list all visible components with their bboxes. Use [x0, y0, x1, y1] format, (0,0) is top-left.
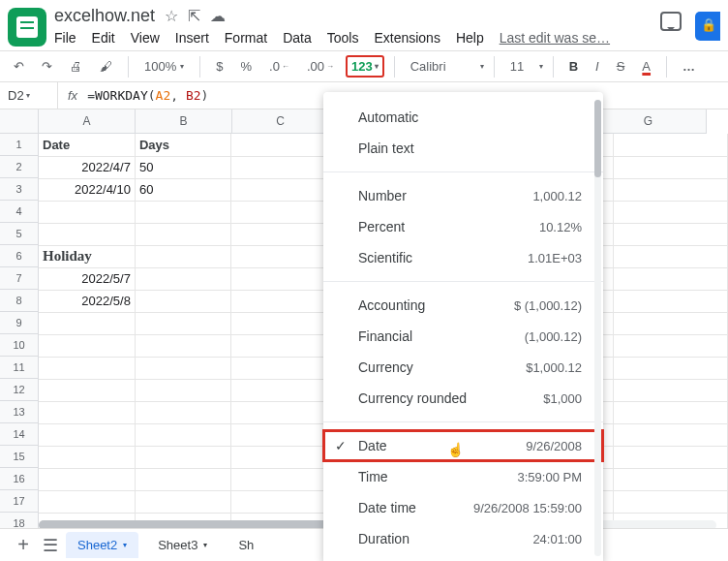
cell[interactable] — [230, 156, 325, 178]
cell[interactable] — [39, 490, 135, 513]
menu-data[interactable]: Data — [283, 30, 312, 46]
cell[interactable] — [230, 490, 325, 513]
format-financial[interactable]: Financial(1,000.12) — [323, 321, 603, 352]
cell[interactable]: 2022/4/7 — [39, 156, 135, 178]
cell[interactable] — [39, 201, 135, 223]
cell[interactable] — [613, 290, 727, 312]
cell[interactable] — [230, 423, 325, 446]
cell[interactable] — [230, 357, 325, 379]
cell[interactable] — [230, 379, 325, 401]
cell[interactable] — [135, 223, 230, 245]
cell[interactable] — [230, 201, 325, 223]
doc-title[interactable]: excelhow.net — [54, 6, 155, 26]
row-header[interactable]: 17 — [0, 490, 39, 513]
sheet-tab[interactable]: Sheet2▾ — [66, 532, 138, 558]
all-sheets-menu[interactable]: ☰ — [43, 535, 58, 556]
format-plain-text[interactable]: Plain text — [323, 133, 603, 164]
cell[interactable] — [613, 468, 727, 490]
col-header[interactable]: B — [136, 109, 232, 134]
row-header[interactable]: 7 — [0, 267, 39, 290]
cell[interactable] — [613, 423, 727, 446]
cell[interactable] — [230, 134, 325, 156]
cell[interactable] — [613, 379, 727, 401]
row-header[interactable]: 5 — [0, 223, 39, 245]
text-color-button[interactable]: A — [636, 55, 656, 78]
cell[interactable] — [135, 290, 230, 312]
formula-input[interactable]: =WORKDAY(A2, B2) — [87, 88, 208, 103]
zoom-select[interactable]: 100%▾ — [138, 55, 190, 78]
cell[interactable] — [230, 178, 325, 201]
row-header[interactable]: 13 — [0, 401, 39, 423]
cell[interactable] — [230, 401, 325, 423]
row-header[interactable]: 12 — [0, 379, 39, 401]
row-header[interactable]: 15 — [0, 446, 39, 468]
format-currency-rounded[interactable]: Currency rounded$1,000 — [323, 383, 603, 414]
cell[interactable] — [39, 312, 135, 334]
sheet-tab[interactable]: Sheet3▾ — [146, 532, 219, 558]
cell[interactable] — [135, 379, 230, 401]
cell[interactable] — [230, 245, 325, 267]
cell[interactable] — [39, 223, 135, 245]
format-currency[interactable]: Currency$1,000.12 — [323, 352, 603, 383]
cell[interactable] — [135, 490, 230, 513]
col-header[interactable]: A — [39, 109, 136, 134]
cell[interactable] — [135, 468, 230, 490]
cell[interactable] — [230, 312, 325, 334]
cell[interactable]: 2022/5/7 — [39, 267, 135, 290]
format-date[interactable]: Date9/26/2008 — [323, 430, 603, 461]
cell[interactable] — [135, 401, 230, 423]
row-header[interactable]: 6 — [0, 245, 39, 267]
comments-icon[interactable] — [660, 12, 682, 31]
row-header[interactable]: 16 — [0, 468, 39, 490]
currency-button[interactable]: $ — [210, 55, 228, 78]
cell[interactable] — [613, 201, 727, 223]
redo-button[interactable]: ↷ — [36, 55, 58, 78]
cell[interactable] — [39, 334, 135, 357]
cell[interactable] — [613, 178, 727, 201]
format-date-time[interactable]: Date time9/26/2008 15:59:00 — [323, 492, 603, 523]
strikethrough-button[interactable]: S — [611, 55, 631, 78]
row-header[interactable]: 4 — [0, 201, 39, 223]
sheet-tab[interactable]: Sh — [227, 532, 265, 558]
cell[interactable] — [613, 156, 727, 178]
font-size-select[interactable]: 11 — [504, 55, 531, 78]
row-header[interactable]: 14 — [0, 423, 39, 446]
increase-decimal-button[interactable]: .00→ — [301, 55, 340, 78]
cell[interactable] — [613, 490, 727, 513]
col-header[interactable]: G — [591, 109, 707, 134]
cell[interactable] — [230, 267, 325, 290]
share-button[interactable] — [695, 12, 720, 41]
menu-format[interactable]: Format — [225, 30, 267, 46]
row-header[interactable]: 1 — [0, 134, 39, 156]
cell[interactable] — [135, 357, 230, 379]
menu-tools[interactable]: Tools — [327, 30, 359, 46]
menu-extensions[interactable]: Extensions — [374, 30, 440, 46]
cell[interactable] — [613, 223, 727, 245]
name-box[interactable]: D2▾ — [0, 82, 58, 109]
print-button[interactable]: 🖨 — [64, 55, 88, 78]
cloud-icon[interactable]: ☁ — [210, 7, 226, 25]
cell[interactable] — [39, 423, 135, 446]
cell[interactable] — [613, 312, 727, 334]
menu-view[interactable]: View — [131, 30, 160, 46]
cell[interactable] — [135, 446, 230, 468]
cell[interactable] — [230, 334, 325, 357]
cell[interactable] — [135, 334, 230, 357]
cell[interactable] — [135, 245, 230, 267]
cell[interactable] — [230, 468, 325, 490]
cell[interactable]: 60 — [135, 178, 230, 201]
cell[interactable] — [613, 357, 727, 379]
cell[interactable] — [39, 401, 135, 423]
cell[interactable] — [135, 423, 230, 446]
cell[interactable] — [39, 379, 135, 401]
format-time[interactable]: Time3:59:00 PM — [323, 461, 603, 492]
format-scientific[interactable]: Scientific1.01E+03 — [323, 242, 603, 273]
cell[interactable] — [135, 267, 230, 290]
cell[interactable] — [613, 245, 727, 267]
format-duration[interactable]: Duration24:01:00 — [323, 523, 603, 554]
bold-button[interactable]: B — [563, 55, 584, 78]
menu-file[interactable]: File — [54, 30, 76, 46]
menu-edit[interactable]: Edit — [92, 30, 115, 46]
cell[interactable]: 2022/5/8 — [39, 290, 135, 312]
format-percent[interactable]: Percent10.12% — [323, 211, 603, 242]
